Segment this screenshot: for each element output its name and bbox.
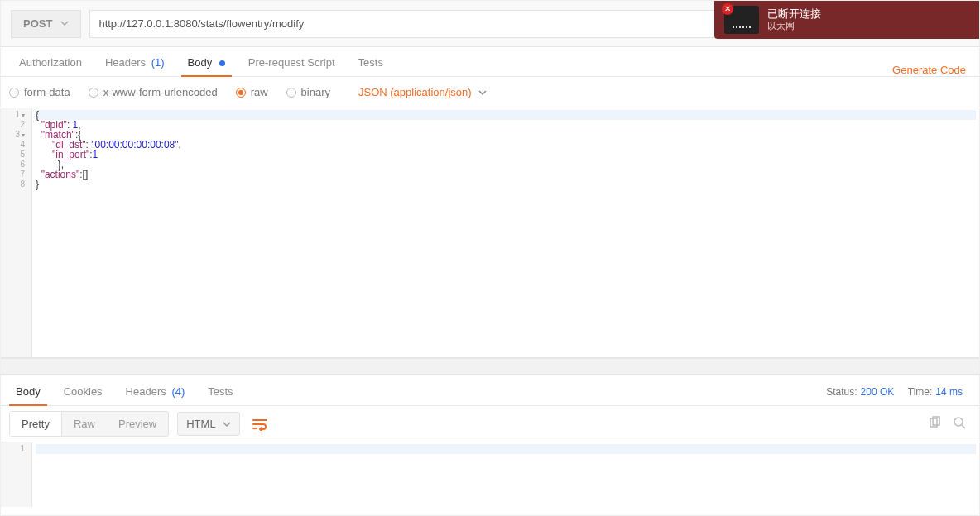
gutter-line: 6 [1, 160, 31, 170]
response-headers-count: (4) [171, 385, 185, 398]
wrap-lines-icon[interactable] [248, 413, 271, 436]
radio-urlencoded[interactable]: x-www-form-urlencoded [89, 86, 218, 98]
toast-title: 已断开连接 [767, 7, 821, 20]
radio-urlencoded-label: x-www-form-urlencoded [103, 86, 218, 98]
chevron-down-icon [478, 88, 487, 97]
radio-binary-label: binary [301, 86, 330, 98]
status-label: Status: [826, 386, 857, 398]
copy-icon[interactable] [928, 416, 941, 432]
tab-headers[interactable]: Headers (1) [94, 49, 176, 76]
http-method-selector[interactable]: POST [11, 10, 81, 38]
tab-headers-label: Headers [105, 56, 146, 69]
headers-count: (1) [151, 56, 165, 69]
restab-cookies[interactable]: Cookies [52, 378, 114, 405]
svg-point-2 [954, 418, 963, 426]
gutter-line: 3 [1, 130, 31, 140]
tab-tests[interactable]: Tests [347, 49, 395, 76]
network-toast: ✕ 已断开连接 以太网 [714, 1, 979, 39]
tab-prerequest[interactable]: Pre-request Script [237, 49, 347, 76]
pane-splitter[interactable] [1, 358, 979, 375]
gutter-line: 1 [1, 110, 31, 120]
radio-form-data-label: form-data [24, 86, 70, 98]
radio-form-data[interactable]: form-data [9, 86, 70, 98]
status-value: 200 OK [861, 386, 895, 398]
body-dirty-dot-icon [219, 60, 225, 66]
editor-code[interactable]: { "dpid": 1, "match":{ "dl_dst": "00:00:… [32, 108, 979, 357]
gutter-line: 2 [1, 120, 31, 130]
response-toolbar: Pretty Raw Preview HTML [1, 406, 979, 442]
url-input[interactable] [89, 10, 758, 38]
response-body-editor[interactable]: 1 [1, 442, 979, 507]
view-mode-segment: Pretty Raw Preview [9, 411, 169, 437]
response-lang-label: HTML [186, 418, 215, 430]
chevron-down-icon [60, 17, 69, 30]
error-badge-icon: ✕ [722, 3, 733, 15]
restab-headers[interactable]: Headers (4) [114, 378, 197, 405]
chevron-down-icon [223, 420, 231, 428]
response-tabs: Body Cookies Headers (4) Tests Status:20… [1, 375, 979, 406]
gutter-line: 5 [1, 150, 31, 160]
content-type-label: JSON (application/json) [358, 86, 472, 98]
restab-tests[interactable]: Tests [196, 378, 244, 405]
toast-subtitle: 以太网 [767, 20, 821, 32]
tab-authorization[interactable]: Authorization [7, 49, 94, 76]
response-lang-selector[interactable]: HTML [177, 412, 239, 436]
status-line: Status:200 OK Time:14 ms [826, 386, 963, 398]
gutter-line: 8 [1, 179, 31, 189]
ethernet-icon: ✕ [724, 6, 759, 34]
view-preview[interactable]: Preview [107, 412, 168, 436]
response-gutter: 1 [1, 442, 32, 507]
editor-gutter: 1 2 3 4 5 6 7 8 [1, 108, 32, 357]
view-raw[interactable]: Raw [62, 412, 107, 436]
gutter-line: 1 [1, 444, 31, 454]
response-code[interactable] [32, 442, 979, 507]
gutter-line: 4 [1, 140, 31, 150]
search-icon[interactable] [953, 416, 966, 432]
request-tabs: Authorization Headers (1) Body Pre-reque… [1, 47, 979, 77]
time-label: Time: [908, 386, 933, 398]
radio-binary[interactable]: binary [286, 86, 330, 98]
gutter-line: 7 [1, 170, 31, 179]
view-pretty[interactable]: Pretty [10, 412, 62, 436]
generate-code-link[interactable]: Generate Code [892, 64, 966, 76]
restab-body[interactable]: Body [4, 378, 52, 405]
body-mode-row: form-data x-www-form-urlencoded raw bina… [1, 77, 979, 108]
tab-body-label: Body [188, 56, 213, 69]
content-type-selector[interactable]: JSON (application/json) [358, 86, 487, 98]
tab-body[interactable]: Body [176, 49, 237, 76]
radio-raw[interactable]: raw [236, 86, 268, 98]
restab-headers-label: Headers [126, 385, 166, 398]
time-value: 14 ms [935, 386, 963, 398]
http-method-label: POST [23, 17, 52, 30]
request-body-editor[interactable]: 1 2 3 4 5 6 7 8 { "dpid": 1, "match":{ "… [1, 108, 979, 358]
radio-raw-label: raw [251, 86, 268, 98]
